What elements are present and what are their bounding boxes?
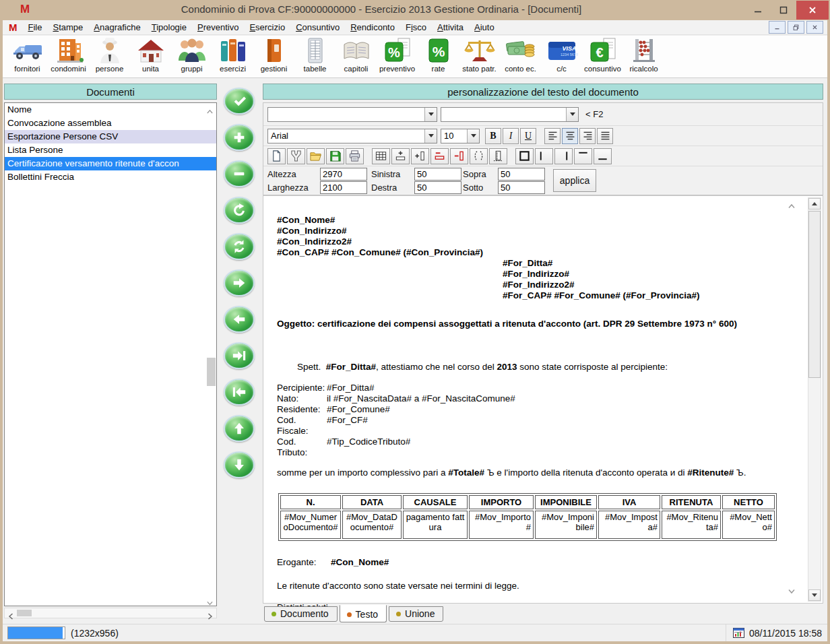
sotto-input[interactable] (498, 181, 545, 194)
toolbar-persone[interactable]: persone (89, 37, 130, 76)
sinistra-input[interactable] (414, 168, 461, 181)
documents-column-header[interactable]: Nome (5, 103, 216, 117)
mdi-close-button[interactable] (806, 21, 823, 34)
toolbar-gruppi[interactable]: gruppi (171, 37, 212, 76)
combo-arrow-icon[interactable] (424, 108, 437, 121)
document-list-item[interactable]: Convocazione assemblea (5, 117, 216, 130)
align-center-button[interactable] (562, 128, 578, 144)
cell-margins-button[interactable] (470, 148, 488, 164)
border-left-button[interactable] (535, 148, 553, 164)
menu-preventivo[interactable]: Preventivo (192, 21, 244, 34)
toolbar-capitoli[interactable]: capitoli (336, 37, 377, 76)
border-right-button[interactable] (554, 148, 573, 164)
print-button[interactable] (346, 148, 364, 164)
tab-documento[interactable]: Documento (264, 606, 338, 622)
first-button[interactable] (224, 379, 255, 406)
toolbar-fornitori[interactable]: fornitori (7, 37, 48, 76)
documents-horizontal-scrollbar[interactable] (4, 608, 217, 618)
align-left-button[interactable] (544, 128, 561, 144)
ruler-button[interactable] (489, 148, 507, 164)
document-editor[interactable]: #Con_Nome##Con_Indirizzo##Con_Indirizzo2… (263, 195, 823, 604)
menu-aiuto[interactable]: Aiuto (469, 21, 500, 34)
larghezza-input[interactable] (320, 181, 367, 194)
menu-tipologie[interactable]: Tipologie (146, 21, 192, 34)
menu-rendiconto[interactable]: Rendiconto (345, 21, 400, 34)
add-button[interactable] (224, 124, 255, 151)
toolbar-conto-ec[interactable]: conto ec. (500, 37, 541, 76)
combo-arrow-icon[interactable] (424, 129, 437, 143)
close-button[interactable] (796, 1, 829, 20)
maximize-button[interactable] (771, 1, 796, 20)
toolbar-consuntivo[interactable]: € consuntivo (582, 37, 623, 76)
new-document-button[interactable] (267, 148, 286, 164)
toolbar-cc[interactable]: VISA1234 5678 9012 c/c (541, 37, 582, 76)
menu-attivita[interactable]: Attivita (432, 21, 469, 34)
scrollbar-up-button[interactable] (808, 198, 821, 210)
toolbar-stato-patr[interactable]: stato patr. (459, 37, 500, 76)
insert-row-button[interactable] (391, 148, 410, 164)
editor-inner-scrollbar[interactable] (785, 197, 798, 592)
remove-button[interactable] (224, 160, 255, 187)
sopra-input[interactable] (498, 168, 545, 181)
editor-vertical-scrollbar[interactable] (808, 197, 821, 602)
placeholder-value-combo[interactable] (441, 107, 579, 122)
border-top-button[interactable] (574, 148, 592, 164)
toolbar-gestioni[interactable]: gestioni (253, 37, 294, 76)
move-up-button[interactable] (224, 415, 255, 442)
combo-arrow-icon[interactable] (566, 108, 578, 121)
refresh-button[interactable] (224, 233, 255, 260)
document-list-item[interactable]: Bollettini Freccia (5, 170, 216, 184)
align-justify-button[interactable] (597, 128, 613, 144)
bold-button[interactable]: B (485, 128, 501, 144)
list-scrollbar-thumb[interactable] (207, 358, 216, 386)
toolbar-condomini[interactable]: condomini (48, 37, 89, 76)
menu-consuntivo[interactable]: Consuntivo (290, 21, 345, 34)
toolbar-esercizi[interactable]: esercizi (212, 37, 253, 76)
menu-fisco[interactable]: Fisco (400, 21, 432, 34)
menu-esercizio[interactable]: Esercizio (244, 21, 290, 34)
insert-table-button[interactable] (372, 148, 390, 164)
scrollbar-thumb[interactable] (808, 211, 821, 378)
move-down-button[interactable] (224, 451, 255, 478)
tab-unione[interactable]: Unione (389, 606, 443, 622)
delete-row-button[interactable] (430, 148, 449, 164)
confirm-button[interactable] (224, 88, 255, 115)
underline-button[interactable]: U (520, 128, 536, 144)
font-size-combo[interactable]: 10 (441, 129, 480, 143)
mail-merge-button[interactable] (287, 148, 305, 164)
scrollbar-down-button[interactable] (808, 589, 821, 601)
minimize-button[interactable] (745, 1, 771, 20)
previous-button[interactable] (224, 306, 255, 333)
scroll-up-chevron-icon[interactable] (206, 106, 214, 111)
combo-arrow-icon[interactable] (467, 129, 479, 143)
scroll-down-chevron-icon[interactable] (206, 598, 214, 603)
document-list-item[interactable]: Lista Persone (5, 143, 216, 157)
document-list-item[interactable]: Esportazione Persone CSV (5, 130, 216, 143)
scroll-up-chevron-icon[interactable] (788, 199, 796, 205)
altezza-input[interactable] (320, 168, 367, 181)
menu-file[interactable]: File (23, 21, 48, 34)
scroll-left-chevron-icon[interactable] (8, 611, 13, 617)
open-button[interactable] (307, 148, 325, 164)
mdi-restore-button[interactable] (788, 21, 804, 34)
border-box-button[interactable] (515, 148, 534, 164)
scroll-down-chevron-icon[interactable] (788, 585, 796, 590)
undo-button[interactable] (224, 197, 255, 224)
hscrollbar-thumb[interactable] (17, 610, 32, 616)
document-list-item[interactable]: Certificazione versamento ritenute d'acc… (5, 157, 216, 170)
tab-testo[interactable]: Testo (340, 605, 387, 622)
next-button[interactable] (224, 269, 255, 296)
border-bottom-button[interactable] (594, 148, 612, 164)
menu-stampe[interactable]: Stampe (47, 21, 88, 34)
menu-anagrafiche[interactable]: Anagrafiche (88, 21, 146, 34)
align-right-button[interactable] (579, 128, 596, 144)
toolbar-ricalcolo[interactable]: ricalcolo (623, 37, 664, 76)
toolbar-rate[interactable]: % rate (418, 37, 459, 76)
save-button[interactable] (326, 148, 344, 164)
font-name-combo[interactable]: Arial (267, 129, 437, 143)
italic-button[interactable]: I (503, 128, 519, 144)
toolbar-unita[interactable]: unita (130, 37, 171, 76)
scroll-right-chevron-icon[interactable] (208, 611, 213, 617)
applica-button[interactable]: applica (553, 169, 596, 192)
delete-column-button[interactable] (450, 148, 468, 164)
